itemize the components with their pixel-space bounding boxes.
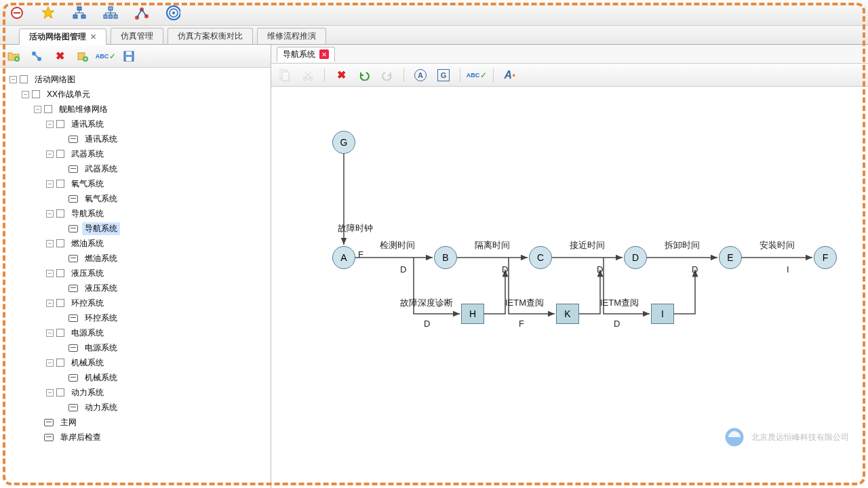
checkbox[interactable] xyxy=(56,150,64,158)
add-folder-icon[interactable] xyxy=(7,49,20,63)
save-icon[interactable] xyxy=(122,49,136,63)
copy-icon[interactable] xyxy=(278,68,292,82)
node-box-tool[interactable]: G xyxy=(437,68,450,82)
node-circle-tool[interactable]: A xyxy=(414,68,427,82)
diagram-canvas[interactable]: 北京质远恒峰科技有限公司 GABCDEFHKI故障时钟F检测时间D隔离时间D接近… xyxy=(271,87,868,488)
delete-icon[interactable]: ✖ xyxy=(334,68,348,82)
diagram-node-A[interactable]: A xyxy=(332,246,355,269)
tree-label[interactable]: 环控系统 xyxy=(82,312,120,325)
tree-branch[interactable]: −环控系统 xyxy=(3,296,268,310)
expander-icon[interactable]: − xyxy=(34,106,41,113)
expander-icon[interactable]: − xyxy=(46,329,54,337)
checkbox[interactable] xyxy=(56,120,64,128)
tree-leaf[interactable]: 通讯系统 xyxy=(3,131,268,146)
diagram-node-K[interactable]: K xyxy=(556,304,579,324)
expander-icon[interactable]: − xyxy=(46,240,54,247)
checkbox[interactable] xyxy=(56,239,64,247)
tree-label[interactable]: 主网 xyxy=(58,416,79,429)
tree-label[interactable]: 燃油系统 xyxy=(68,237,106,250)
redo-icon[interactable] xyxy=(380,68,394,82)
tab-network-mgmt[interactable]: 活动网络图管理✕ xyxy=(19,28,106,45)
link-icon[interactable] xyxy=(30,49,43,63)
tree-leaf[interactable]: 主网 xyxy=(3,415,268,430)
tree-branch[interactable]: −舰船维修网络 xyxy=(3,102,268,117)
expander-icon[interactable]: − xyxy=(22,91,29,98)
tree-label[interactable]: 氧气系统 xyxy=(82,192,120,205)
tree-branch[interactable]: −活动网络图 xyxy=(3,72,268,87)
close-icon[interactable]: ✕ xyxy=(319,49,329,59)
tree-label[interactable]: 导航系统 xyxy=(82,222,120,235)
tree-leaf[interactable]: 靠岸后检查 xyxy=(3,430,268,445)
tree-label[interactable]: 武器系统 xyxy=(82,163,120,176)
checkbox[interactable] xyxy=(56,209,64,218)
tree-branch[interactable]: −动力系统 xyxy=(3,385,268,400)
tree-branch[interactable]: −导航系统 xyxy=(3,206,268,221)
checkbox[interactable] xyxy=(56,388,64,396)
tree-branch[interactable]: −电源系统 xyxy=(3,325,268,340)
tree-label[interactable]: 通讯系统 xyxy=(68,118,106,131)
checkbox[interactable] xyxy=(44,105,52,113)
checkbox[interactable] xyxy=(56,299,64,307)
radar-icon[interactable] xyxy=(165,5,180,20)
tab-tradeoff[interactable]: 仿真方案权衡对比 xyxy=(167,28,253,44)
tree-label[interactable]: 靠岸后检查 xyxy=(58,431,104,444)
tree-label[interactable]: 环控系统 xyxy=(68,297,106,310)
diagram-node-I[interactable]: I xyxy=(651,304,674,324)
tree-leaf[interactable]: 氧气系统 xyxy=(3,191,268,206)
checkbox[interactable] xyxy=(32,90,40,98)
tree-branch[interactable]: −通讯系统 xyxy=(3,117,268,131)
tree-branch[interactable]: −氧气系统 xyxy=(3,176,268,191)
canvas-tab[interactable]: 导航系统 ✕ xyxy=(277,47,335,62)
navigation-tree[interactable]: −活动网络图−XX作战单元−舰船维修网络−通讯系统通讯系统−武器系统武器系统−氧… xyxy=(0,68,271,488)
tree-leaf[interactable]: 燃油系统 xyxy=(3,251,268,266)
checkbox[interactable] xyxy=(20,75,28,83)
expander-icon[interactable]: − xyxy=(9,76,17,83)
expander-icon[interactable]: − xyxy=(46,270,54,277)
close-icon[interactable]: ✕ xyxy=(90,33,96,41)
tree-branch[interactable]: −机械系统 xyxy=(3,355,268,370)
checkbox[interactable] xyxy=(56,329,64,337)
tree-label[interactable]: 机械系统 xyxy=(68,357,106,369)
tree-leaf[interactable]: 液压系统 xyxy=(3,281,268,296)
expander-icon[interactable]: − xyxy=(46,150,54,158)
tab-simulation-mgmt[interactable]: 仿真管理 xyxy=(111,28,163,44)
tree-leaf[interactable]: 环控系统 xyxy=(3,310,268,325)
tree-leaf[interactable]: 导航系统 xyxy=(3,221,268,236)
diagram-node-D[interactable]: D xyxy=(624,246,647,269)
expander-icon[interactable]: − xyxy=(46,121,54,128)
tree-label[interactable]: 动力系统 xyxy=(82,401,120,414)
tree-label[interactable]: 通讯系统 xyxy=(82,133,120,146)
tree-label[interactable]: XX作战单元 xyxy=(44,88,93,101)
tree-label[interactable]: 液压系统 xyxy=(82,282,120,295)
diagram-node-C[interactable]: C xyxy=(529,246,552,269)
diagram-node-F[interactable]: F xyxy=(814,246,837,269)
tree-label[interactable]: 机械系统 xyxy=(82,371,120,384)
checkbox[interactable] xyxy=(56,180,64,188)
expander-icon[interactable]: − xyxy=(46,180,54,188)
expander-icon[interactable]: − xyxy=(46,359,54,367)
network-icon[interactable] xyxy=(72,5,87,20)
checkbox[interactable] xyxy=(56,269,64,277)
tab-maintenance-flow[interactable]: 维修流程推演 xyxy=(257,28,326,44)
tree-branch[interactable]: −液压系统 xyxy=(3,266,268,281)
tree-branch[interactable]: −燃油系统 xyxy=(3,236,268,251)
cut-icon[interactable] xyxy=(301,68,315,82)
expander-icon[interactable]: − xyxy=(46,389,54,396)
tag-icon[interactable] xyxy=(76,49,90,63)
expander-icon[interactable]: − xyxy=(46,210,54,218)
tree-leaf[interactable]: 机械系统 xyxy=(3,370,268,385)
spellcheck-icon[interactable]: ABC✓ xyxy=(99,49,113,63)
diagram-node-G[interactable]: G xyxy=(332,131,355,154)
spellcheck-icon[interactable]: ABC✓ xyxy=(470,68,484,82)
diagram-node-B[interactable]: B xyxy=(434,246,457,269)
tree-label[interactable]: 电源系统 xyxy=(68,327,106,340)
tree-label[interactable]: 燃油系统 xyxy=(82,252,120,265)
tree-label[interactable]: 电源系统 xyxy=(82,342,120,354)
diagram-node-E[interactable]: E xyxy=(719,246,742,269)
tree-leaf[interactable]: 武器系统 xyxy=(3,161,268,176)
tree-branch[interactable]: −XX作战单元 xyxy=(3,87,268,102)
org-chart-icon[interactable] xyxy=(103,5,118,20)
tree-label[interactable]: 动力系统 xyxy=(68,386,106,399)
tree-label[interactable]: 活动网络图 xyxy=(32,73,78,86)
tree-label[interactable]: 导航系统 xyxy=(68,207,106,220)
